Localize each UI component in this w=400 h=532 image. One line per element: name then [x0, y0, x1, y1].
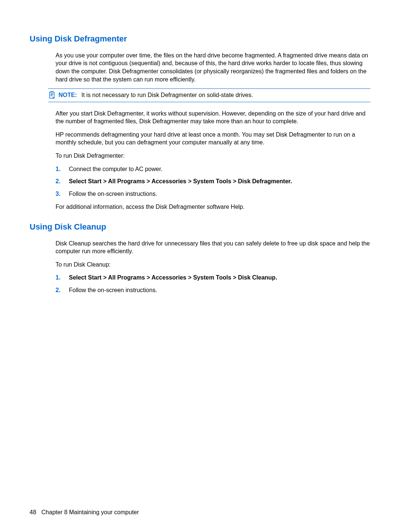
note-content: NOTE:It is not necessary to run Disk Def…: [59, 91, 370, 99]
step-item: 1. Connect the computer to AC power.: [56, 165, 370, 173]
paragraph: As you use your computer over time, the …: [56, 51, 370, 83]
step-text: Follow the on-screen instructions.: [69, 287, 157, 293]
paragraph: To run Disk Defragmenter:: [56, 152, 370, 160]
step-bold-path: Start > All Programs > Accessories > Sys…: [88, 178, 290, 184]
note-text: It is not necessary to run Disk Defragme…: [81, 92, 253, 98]
section-disk-defragmenter: Using Disk Defragmenter As you use your …: [30, 33, 370, 211]
step-number: 1.: [56, 274, 60, 282]
section-disk-cleanup: Using Disk Cleanup Disk Cleanup searches…: [30, 221, 370, 294]
chapter-title: Chapter 8 Maintaining your computer: [41, 509, 139, 515]
page-footer: 48Chapter 8 Maintaining your computer: [30, 508, 139, 516]
step-bold-path: Start > All Programs > Accessories > Sys…: [88, 274, 276, 281]
step-number: 1.: [56, 165, 60, 173]
page-number: 48: [30, 509, 36, 515]
paragraph: After you start Disk Defragmenter, it wo…: [56, 110, 370, 126]
step-number: 2.: [56, 177, 60, 185]
step-item: 3. Follow the on-screen instructions.: [56, 190, 370, 198]
step-suffix: .: [290, 178, 292, 184]
note-icon: [48, 91, 56, 99]
note-box: NOTE:It is not necessary to run Disk Def…: [48, 88, 370, 102]
step-text: Connect the computer to AC power.: [69, 166, 163, 172]
paragraph: For additional information, access the D…: [56, 203, 370, 211]
paragraph: To run Disk Cleanup:: [56, 261, 370, 269]
heading-defragmenter: Using Disk Defragmenter: [30, 33, 370, 45]
step-number: 3.: [56, 190, 60, 198]
note-label: NOTE:: [59, 92, 77, 98]
paragraph: Disk Cleanup searches the hard drive for…: [56, 240, 370, 255]
svg-rect-0: [50, 92, 54, 98]
step-item: 1. Select Start > All Programs > Accesso…: [56, 274, 370, 282]
step-text: Select Start > All Programs > Accessorie…: [69, 178, 292, 184]
step-item: 2. Select Start > All Programs > Accesso…: [56, 177, 370, 185]
paragraph: HP recommends defragmenting your hard dr…: [56, 131, 370, 147]
step-prefix: Select: [69, 178, 88, 184]
step-suffix: .: [276, 274, 277, 281]
heading-cleanup: Using Disk Cleanup: [30, 221, 370, 233]
steps-list-defragmenter: 1. Connect the computer to AC power. 2. …: [56, 165, 370, 198]
step-item: 2. Follow the on-screen instructions.: [56, 286, 370, 294]
step-text: Follow the on-screen instructions.: [69, 191, 157, 197]
step-text: Select Start > All Programs > Accessorie…: [69, 274, 277, 281]
step-prefix: Select: [69, 274, 88, 281]
steps-list-cleanup: 1. Select Start > All Programs > Accesso…: [56, 274, 370, 294]
step-number: 2.: [56, 286, 60, 294]
